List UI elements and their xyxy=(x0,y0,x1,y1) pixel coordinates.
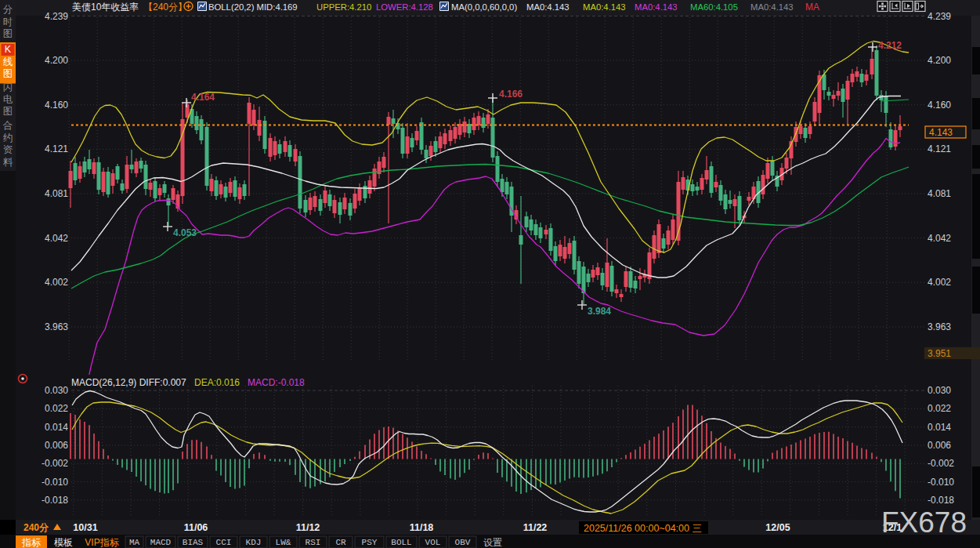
svg-text:约: 约 xyxy=(3,132,13,143)
svg-text:MACD: MACD xyxy=(150,538,172,547)
svg-text:4.081: 4.081 xyxy=(928,188,951,199)
svg-text:MA0:4.143: MA0:4.143 xyxy=(583,2,626,12)
svg-text:LW&: LW& xyxy=(276,538,291,547)
svg-text:时: 时 xyxy=(3,16,13,27)
svg-text:0.030: 0.030 xyxy=(45,385,68,396)
svg-text:BOLL: BOLL xyxy=(391,538,411,547)
svg-text:合: 合 xyxy=(2,120,13,131)
svg-text:UPPER:4.210: UPPER:4.210 xyxy=(316,2,371,12)
svg-text:4.166: 4.166 xyxy=(499,89,523,100)
svg-text:VOL: VOL xyxy=(425,538,441,547)
svg-text:3.951: 3.951 xyxy=(928,348,951,359)
svg-text:4.002: 4.002 xyxy=(928,277,951,288)
svg-text:4.143: 4.143 xyxy=(929,127,953,138)
svg-text:4.160: 4.160 xyxy=(45,100,68,111)
svg-text:-0.002: -0.002 xyxy=(42,458,68,469)
svg-text:MA: MA xyxy=(805,2,819,13)
svg-text:0.006: 0.006 xyxy=(928,440,951,451)
svg-text:RSI: RSI xyxy=(306,538,321,547)
svg-text:美债10年收益率: 美债10年收益率 xyxy=(72,2,139,13)
svg-text:分: 分 xyxy=(3,4,13,15)
svg-text:图: 图 xyxy=(3,106,13,117)
svg-text:4.002: 4.002 xyxy=(45,277,68,288)
svg-text:4.160: 4.160 xyxy=(928,100,951,111)
svg-text:【240分】: 【240分】 xyxy=(143,2,187,13)
svg-text:-0.010: -0.010 xyxy=(928,477,954,488)
svg-text:FX678: FX678 xyxy=(881,506,967,539)
svg-text:-0.018: -0.018 xyxy=(42,495,68,506)
svg-text:BOLL(20,2) MID:4.169: BOLL(20,2) MID:4.169 xyxy=(208,2,298,12)
svg-text:设置: 设置 xyxy=(483,537,502,548)
svg-text:资: 资 xyxy=(3,144,13,155)
svg-text:3.963: 3.963 xyxy=(45,321,68,332)
svg-text:MA: MA xyxy=(129,538,140,547)
svg-text:-0.018: -0.018 xyxy=(928,495,954,506)
svg-text:KDJ: KDJ xyxy=(246,538,262,547)
svg-text:11/18: 11/18 xyxy=(410,522,434,533)
svg-text:4.200: 4.200 xyxy=(45,55,68,66)
svg-text:3.984: 3.984 xyxy=(588,306,611,317)
svg-text:4.164: 4.164 xyxy=(191,92,215,103)
svg-text:11/22: 11/22 xyxy=(523,522,548,533)
svg-text:MA0:4.143: MA0:4.143 xyxy=(635,2,678,12)
svg-text:4.212: 4.212 xyxy=(878,40,902,51)
svg-text:CR: CR xyxy=(335,538,346,547)
svg-text:0.014: 0.014 xyxy=(928,422,951,433)
svg-text:4.042: 4.042 xyxy=(45,233,68,244)
svg-text:MACD(26,12,9) DIFF:0.007: MACD(26,12,9) DIFF:0.007 xyxy=(71,377,186,388)
svg-text:3.963: 3.963 xyxy=(928,321,951,332)
svg-text:线: 线 xyxy=(3,56,13,67)
svg-text:图: 图 xyxy=(3,68,13,79)
svg-text:OBV: OBV xyxy=(455,538,471,547)
svg-text:0.030: 0.030 xyxy=(928,385,951,396)
svg-text:VIP指标: VIP指标 xyxy=(85,537,119,548)
svg-text:4.239: 4.239 xyxy=(928,11,951,22)
svg-text:2025/11/26 00:00~04:00 三: 2025/11/26 00:00~04:00 三 xyxy=(584,523,702,534)
svg-text:240分: 240分 xyxy=(24,522,49,533)
svg-text:0.022: 0.022 xyxy=(45,403,68,414)
svg-text:CCI: CCI xyxy=(216,538,232,547)
svg-text:4.239: 4.239 xyxy=(45,11,68,22)
svg-text:4.121: 4.121 xyxy=(928,143,951,154)
svg-text:闪: 闪 xyxy=(3,82,13,93)
svg-text:11/06: 11/06 xyxy=(184,522,208,533)
svg-text:4.121: 4.121 xyxy=(45,143,68,154)
svg-text:10/31: 10/31 xyxy=(73,522,97,533)
svg-text:PSY: PSY xyxy=(362,538,378,547)
svg-text:MA60:4.105: MA60:4.105 xyxy=(690,2,738,12)
svg-text:4.081: 4.081 xyxy=(45,188,68,199)
svg-text:0.014: 0.014 xyxy=(45,422,68,433)
svg-text:DEA:0.016: DEA:0.016 xyxy=(194,377,240,388)
svg-text:MA(0,0,0,60,0,0): MA(0,0,0,60,0,0) xyxy=(451,2,517,12)
svg-text:BIAS: BIAS xyxy=(183,538,204,547)
svg-text:模板: 模板 xyxy=(54,537,73,548)
svg-text:电: 电 xyxy=(3,94,13,105)
svg-text:4.200: 4.200 xyxy=(928,55,951,66)
svg-text:MACD:-0.018: MACD:-0.018 xyxy=(248,377,305,388)
svg-text:-0.002: -0.002 xyxy=(928,458,954,469)
svg-text:图: 图 xyxy=(3,28,13,39)
svg-text:K: K xyxy=(5,44,12,55)
svg-text:-0.010: -0.010 xyxy=(42,477,68,488)
svg-text:指标: 指标 xyxy=(21,537,42,548)
svg-text:11/12: 11/12 xyxy=(296,522,320,533)
svg-text:LOWER:4.128: LOWER:4.128 xyxy=(376,2,433,12)
svg-text:MA0:4.143: MA0:4.143 xyxy=(526,2,570,12)
svg-text:0.022: 0.022 xyxy=(928,403,951,414)
svg-text:0.006: 0.006 xyxy=(45,440,68,451)
svg-text:4.053: 4.053 xyxy=(173,227,197,238)
svg-text:4.042: 4.042 xyxy=(928,233,951,244)
svg-text:MA0:4.143: MA0:4.143 xyxy=(750,2,794,12)
svg-text:料: 料 xyxy=(3,157,13,168)
svg-text:12/05: 12/05 xyxy=(765,522,790,533)
